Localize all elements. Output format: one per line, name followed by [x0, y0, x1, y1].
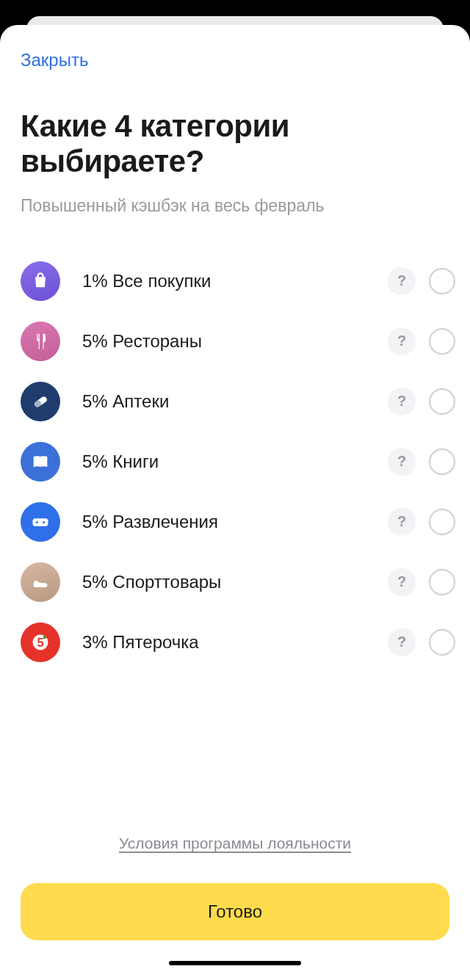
category-row-all[interactable]: 1% Все покупки ?	[21, 251, 455, 311]
category-radio[interactable]	[429, 629, 455, 656]
pill-icon	[21, 382, 60, 421]
help-button[interactable]: ?	[388, 508, 416, 536]
category-radio[interactable]	[429, 509, 455, 535]
category-radio[interactable]	[429, 569, 455, 595]
category-radio[interactable]	[429, 268, 455, 294]
category-row-pyaterochka[interactable]: 5 3% Пятерочка ?	[21, 612, 455, 672]
category-label: 5% Рестораны	[82, 331, 388, 352]
help-button[interactable]: ?	[388, 448, 416, 476]
close-button[interactable]: Закрыть	[21, 50, 88, 70]
svg-point-4	[43, 521, 45, 523]
utensils-icon	[21, 322, 60, 361]
done-button[interactable]: Готово	[21, 883, 449, 940]
page-title: Какие 4 категории выбираете?	[0, 70, 470, 180]
help-button[interactable]: ?	[388, 388, 416, 415]
category-label: 5% Аптеки	[82, 391, 388, 412]
gamepad-icon	[21, 502, 60, 542]
category-label: 5% Книги	[82, 451, 388, 472]
svg-point-3	[36, 521, 38, 523]
help-button[interactable]: ?	[388, 568, 416, 596]
svg-rect-2	[33, 518, 48, 526]
book-icon	[21, 442, 60, 482]
category-row-entertainment[interactable]: 5% Развлечения ?	[21, 492, 455, 552]
category-label: 5% Спорттовары	[82, 572, 388, 592]
category-select-sheet: Закрыть Какие 4 категории выбираете? Пов…	[0, 25, 470, 980]
pyaterochka-icon: 5	[21, 623, 60, 662]
help-button[interactable]: ?	[388, 267, 416, 295]
help-button[interactable]: ?	[388, 327, 416, 355]
category-radio[interactable]	[429, 328, 455, 355]
page-subtitle: Повышенный кэшбэк на весь февраль	[0, 180, 470, 216]
category-row-sport[interactable]: 5% Спорттовары ?	[21, 552, 455, 612]
loyalty-terms-link[interactable]: Условия программы лояльности	[119, 835, 351, 852]
category-label: 1% Все покупки	[82, 271, 388, 291]
home-indicator	[169, 961, 301, 965]
category-row-restaurants[interactable]: 5% Рестораны ?	[21, 311, 455, 371]
sneaker-icon	[21, 562, 60, 602]
help-button[interactable]: ?	[388, 628, 416, 656]
category-list: 1% Все покупки ? 5% Рестораны ? 5% Аптек…	[0, 216, 470, 672]
category-row-pharmacy[interactable]: 5% Аптеки ?	[21, 371, 455, 432]
category-radio[interactable]	[429, 449, 455, 475]
category-label: 5% Развлечения	[82, 512, 388, 532]
category-row-books[interactable]: 5% Книги ?	[21, 432, 455, 492]
category-label: 3% Пятерочка	[82, 632, 388, 653]
svg-point-7	[43, 635, 47, 639]
shopping-bag-icon	[21, 261, 60, 301]
svg-text:5: 5	[37, 635, 43, 648]
category-radio[interactable]	[429, 388, 455, 415]
